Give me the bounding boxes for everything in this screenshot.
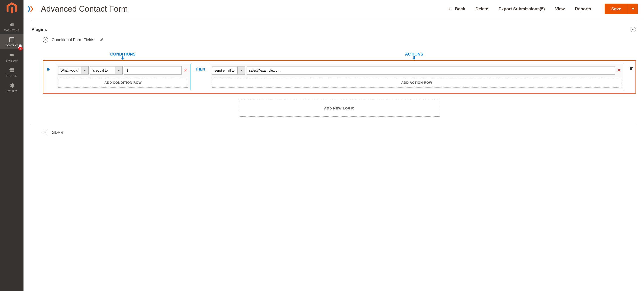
conditions-panel: ADD CONDITION ROW: [56, 64, 190, 90]
svg-rect-0: [10, 38, 14, 42]
reports-button[interactable]: Reports: [575, 6, 591, 12]
sidebar-item-system[interactable]: SYSTEM: [0, 80, 24, 95]
chevron-down-icon: [118, 70, 120, 71]
chevron-down-icon: [632, 8, 634, 10]
view-button[interactable]: View: [555, 6, 565, 12]
sidebar-label: SYSTEM: [6, 90, 17, 92]
edit-button[interactable]: [100, 38, 104, 42]
chevron-up-icon: [632, 29, 634, 30]
remove-action-button[interactable]: [616, 68, 622, 73]
megaphone-icon: [9, 22, 15, 28]
dropdown-toggle[interactable]: [115, 66, 122, 74]
magento-logo[interactable]: [6, 2, 18, 15]
sidebar-label: SWISSUP: [6, 59, 18, 62]
action-type-select[interactable]: [212, 66, 245, 74]
chevron-up-icon: [44, 39, 47, 41]
notification-bell[interactable]: 2: [17, 44, 23, 50]
gdpr-section-title: GDPR: [52, 130, 63, 135]
layout-icon: [9, 37, 15, 43]
delete-logic-button[interactable]: [629, 66, 633, 72]
action-type-input[interactable]: [212, 66, 238, 74]
dropdown-toggle[interactable]: [81, 66, 88, 74]
condition-operator-select[interactable]: [90, 66, 122, 74]
add-condition-row-button[interactable]: ADD CONDITION ROW: [58, 78, 188, 88]
collapse-toggle[interactable]: [630, 27, 636, 32]
sidebar-item-marketing[interactable]: MARKETING: [0, 19, 24, 34]
trash-icon: [629, 66, 633, 71]
add-action-row-button[interactable]: ADD ACTION ROW: [212, 78, 622, 88]
condition-operator-input[interactable]: [90, 66, 115, 74]
then-label: THEN: [194, 68, 206, 72]
gdpr-collapse-toggle[interactable]: [43, 130, 48, 135]
sub-collapse-toggle[interactable]: [43, 37, 48, 42]
if-label: IF: [46, 68, 52, 72]
sidebar-item-stores[interactable]: STORES: [0, 64, 24, 80]
sidebar-label: CONTENT: [6, 44, 18, 47]
arrow-down-icon: ⬇: [121, 57, 125, 59]
section-title: Plugins: [32, 27, 47, 32]
back-button[interactable]: Back: [448, 6, 465, 12]
delete-button[interactable]: Delete: [476, 6, 488, 12]
gear-icon: [9, 82, 15, 88]
arrow-left-icon: [448, 7, 453, 11]
close-icon: [617, 68, 621, 72]
columns-header: CONDITIONS ⬇ ACTIONS ⬇: [43, 52, 636, 59]
sidebar-label: STORES: [6, 74, 17, 77]
sidebar-label: MARKETING: [4, 29, 20, 32]
chevron-down-icon: [44, 132, 47, 134]
chevron-down-icon: [240, 70, 242, 71]
condition-field-select[interactable]: [58, 66, 88, 74]
store-icon: [9, 68, 15, 73]
page-title: Advanced Contact Form: [41, 4, 128, 14]
chevron-down-icon: [84, 70, 86, 71]
pencil-icon: [100, 38, 104, 42]
action-row: [212, 66, 622, 74]
sidebar-item-swissup[interactable]: SWISSUP: [0, 49, 24, 64]
header-bar: Advanced Contact Form Back Delete Export…: [24, 0, 644, 18]
admin-sidebar: MARKETING CONTENT 2 SWISSUP STORES SYSTE…: [0, 0, 24, 144]
save-button-group: Save: [604, 4, 638, 14]
export-button[interactable]: Export Submissions(5): [498, 6, 545, 12]
module-logo-icon: [27, 4, 36, 14]
svg-marker-4: [12, 54, 14, 56]
sub-section-title: Conditional Form Fields: [52, 38, 94, 42]
hex-icon: [9, 52, 15, 58]
action-value-input[interactable]: [246, 66, 615, 74]
save-dropdown-toggle[interactable]: [628, 4, 638, 14]
add-new-logic-button[interactable]: ADD NEW LOGIC: [239, 100, 440, 116]
dropdown-toggle[interactable]: [238, 66, 245, 74]
condition-value-input[interactable]: [124, 66, 182, 74]
divider: [32, 20, 636, 20]
save-button[interactable]: Save: [604, 4, 628, 14]
condition-field-input[interactable]: [58, 66, 81, 74]
remove-condition-button[interactable]: [183, 68, 188, 73]
close-icon: [184, 68, 187, 72]
condition-row: [58, 66, 188, 74]
sidebar-item-content[interactable]: CONTENT 2: [0, 34, 24, 49]
actions-panel: ADD ACTION ROW: [210, 64, 624, 90]
logic-rule: IF: [43, 60, 636, 94]
divider: [32, 125, 636, 125]
arrow-down-icon: ⬇: [412, 57, 416, 59]
